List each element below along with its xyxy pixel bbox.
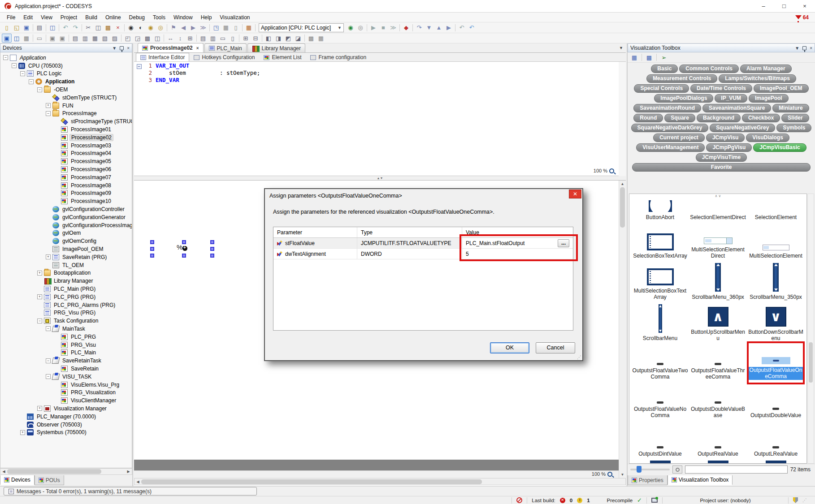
- toolbox-item-buttonabort[interactable]: ButtonAbort: [631, 198, 689, 223]
- tree-item-plc-logic[interactable]: −PLC Logic: [0, 70, 132, 78]
- step-out-icon[interactable]: ▲: [434, 23, 444, 32]
- selection-handle[interactable]: [150, 240, 154, 244]
- category-checkbox[interactable]: Checkbox: [742, 114, 780, 122]
- build-icon[interactable]: ▦: [244, 23, 254, 32]
- panel-menu-icon[interactable]: ▼: [795, 46, 799, 51]
- scroll-left-icon[interactable]: ◀: [134, 479, 141, 485]
- tree-item-visualization-manager[interactable]: +Visualization Manager: [0, 405, 132, 413]
- scroll-hint-icon[interactable]: ∧ ∨: [629, 194, 806, 198]
- code-line[interactable]: 3END_VAR: [134, 76, 626, 83]
- category-visudialogs[interactable]: VisuDialogs: [746, 134, 789, 142]
- tree-item-task-configuration[interactable]: −Task Configuration: [0, 317, 132, 325]
- reset-cold-icon[interactable]: ↶: [467, 23, 477, 32]
- tree-item-saveretaintask[interactable]: −SaveRetainTask: [0, 357, 132, 365]
- pin-icon[interactable]: [802, 46, 806, 50]
- tab-devices[interactable]: Devices: [0, 475, 35, 485]
- collapse-icon[interactable]: −: [20, 71, 25, 76]
- toolbox-item-outputstdoublevaluebase[interactable]: OutputstDoubleValueBase: [689, 382, 747, 420]
- category-imagepool[interactable]: ImagePool: [749, 94, 789, 103]
- toolbox-item-outputstfloatvalueonecomma[interactable]: OutputstFloatValueOneComma: [747, 343, 805, 382]
- previous-bookmark-icon[interactable]: ◀: [178, 23, 188, 32]
- category-jcmpvisutime[interactable]: JCmpVisuTime: [696, 153, 747, 162]
- toolbox-grid-large-icon[interactable]: ▩: [644, 53, 654, 62]
- tree-item-visu-task[interactable]: −VISU_TASK: [0, 373, 132, 381]
- delete-icon[interactable]: ×: [113, 23, 123, 32]
- tree-item-processimage06[interactable]: ProcessImage06: [0, 165, 132, 173]
- pin-icon[interactable]: [120, 46, 124, 50]
- sub-tab-interface-editor[interactable]: Interface Editor: [136, 53, 189, 61]
- open-file-icon[interactable]: ◱: [12, 23, 22, 32]
- tree-item-maintask[interactable]: −MainTask: [0, 325, 132, 333]
- tree-item-processimage03[interactable]: ProcessImage03: [0, 142, 132, 150]
- copy-project-icon[interactable]: ◫: [48, 23, 57, 32]
- messages-tab[interactable]: Messages - Total 0 error(s), 1 warning(s…: [4, 487, 257, 495]
- new-file-icon[interactable]: ▯: [2, 23, 12, 32]
- print-icon[interactable]: ▤: [35, 23, 44, 32]
- ok-button[interactable]: OK: [490, 342, 529, 353]
- expand-icon[interactable]: +: [37, 406, 42, 411]
- minimize-button[interactable]: –: [753, 0, 774, 13]
- category-measurement-controls[interactable]: Measurement Controls: [646, 74, 717, 83]
- value-cell[interactable]: 5: [462, 249, 573, 259]
- selection-handle[interactable]: [210, 247, 214, 251]
- tree-item-imagepool-oem[interactable]: ImagePool_OEM: [0, 245, 132, 253]
- toolbox-search-input[interactable]: [685, 465, 788, 474]
- export-icon[interactable]: ◳: [211, 23, 221, 32]
- save-all-visu-icon[interactable]: ▣: [57, 34, 67, 43]
- category-ip-vum[interactable]: IP_VUM: [715, 94, 747, 103]
- toolbox-item-outputstdoublevalue[interactable]: OutputstDoubleValue: [747, 382, 805, 420]
- build-options-icon[interactable]: ▦: [221, 23, 231, 32]
- tree-item-gvloemconfig[interactable]: gvlOemConfig: [0, 237, 132, 245]
- logout-icon[interactable]: ◎: [355, 23, 365, 32]
- code-line[interactable]: −1VAR_IN_OUT: [134, 62, 626, 69]
- tree-item-application[interactable]: −Application: [0, 78, 132, 86]
- tree-item-plc-prg-alarms-prg[interactable]: PLC_PRG_Alarms (PRG): [0, 301, 132, 309]
- fold-collapse-icon[interactable]: −: [137, 64, 142, 69]
- rotate-icon[interactable]: ◪: [293, 34, 303, 43]
- collapse-icon[interactable]: −: [37, 319, 42, 323]
- group-icon[interactable]: ▩: [143, 34, 152, 43]
- tree-item-processimage09[interactable]: ProcessImage09: [0, 190, 132, 198]
- scrollbar-thumb[interactable]: [141, 479, 482, 484]
- panel-menu-icon[interactable]: ▼: [112, 46, 117, 51]
- selection-handle[interactable]: [150, 247, 154, 251]
- doc-tab-plc-main[interactable]: PLC_Main: [204, 43, 247, 52]
- category-miniature[interactable]: Miniature: [772, 104, 809, 112]
- selection-handle[interactable]: [150, 254, 154, 258]
- tree-item-plc-manager-70-0000[interactable]: PLC_Manager (70.0000): [0, 413, 132, 421]
- tree-item-oem[interactable]: −-OEM: [0, 86, 132, 94]
- expand-icon[interactable]: +: [20, 430, 25, 435]
- tree-item-plc-prg[interactable]: PLC_PRG: [0, 333, 132, 341]
- tab-pous[interactable]: POUs: [35, 475, 64, 485]
- parameter-row-stfloatvalue[interactable]: stFloatValueJCMPUTILITF.STFLOATVALUETYPE…: [273, 238, 573, 249]
- tree-item-library-manager[interactable]: Library Manager: [0, 277, 132, 285]
- tree-item-gvlconfigurationcontroller[interactable]: gvlConfigurationController: [0, 205, 132, 213]
- align-left-icon[interactable]: ▤: [70, 34, 80, 43]
- value-cell[interactable]: PLC_Main.stFloatOutput...: [462, 238, 573, 248]
- copy-icon[interactable]: ◫: [93, 23, 103, 32]
- menu-help[interactable]: Help: [197, 13, 216, 22]
- category-squarenegativegrey[interactable]: SquareNegativeGrey: [710, 124, 775, 132]
- align-right-icon[interactable]: ▥: [80, 34, 90, 43]
- tree-item-processimage10[interactable]: ProcessImage10: [0, 197, 132, 205]
- copy-format-icon[interactable]: ◧: [264, 34, 273, 43]
- devices-horizontal-scrollbar[interactable]: ◀ ▶: [0, 468, 132, 475]
- run-to-cursor-icon[interactable]: ▶: [444, 23, 454, 32]
- tree-item-tl-oem[interactable]: TL_OEM: [0, 261, 132, 269]
- tree-item-processimage04[interactable]: ProcessImage04: [0, 150, 132, 158]
- category-imagepool-oem[interactable]: ImagePool_OEM: [754, 84, 809, 93]
- selection-handle[interactable]: [182, 254, 186, 258]
- toolbox-item-buttondownscrollbarmenu[interactable]: ∨ButtonDownScrollbarMenu: [747, 302, 805, 344]
- tree-item-application[interactable]: −Application: [0, 54, 132, 62]
- undo-icon[interactable]: ↶: [61, 23, 70, 32]
- tree-item-visuelems-visu-prg[interactable]: VisuElems.Visu_Prg: [0, 381, 132, 389]
- find-icon[interactable]: ◉: [126, 23, 136, 32]
- toolbox-item-multiselectionelement[interactable]: MultiSelectionElement: [747, 223, 805, 261]
- menu-edit[interactable]: Edit: [19, 13, 37, 22]
- maximize-button[interactable]: □: [774, 0, 794, 13]
- toolbox-item-multiselectionboxtextarray[interactable]: MultiSelectionBoxTextArray: [631, 261, 689, 302]
- tree-item-fun[interactable]: +FUN: [0, 102, 132, 110]
- toolbox-item-multiselectionelementdirect[interactable]: MultiSelectionElementDirect: [689, 223, 747, 261]
- scroll-down-icon[interactable]: ▼: [621, 471, 624, 478]
- find-replace-icon[interactable]: ◐: [136, 23, 146, 32]
